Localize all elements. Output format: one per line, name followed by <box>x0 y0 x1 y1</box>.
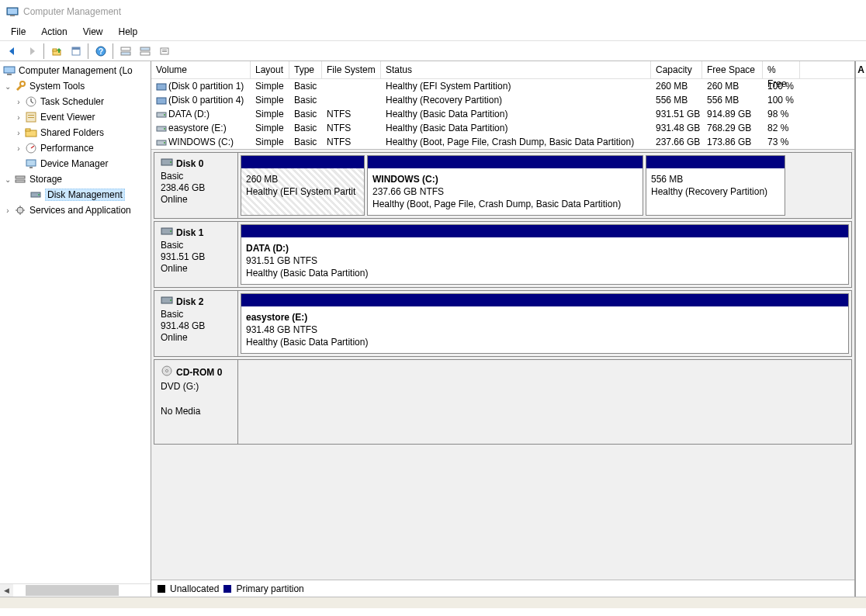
disk-row[interactable]: Disk 2Basic931.48 GBOnlineeasystore (E:)… <box>154 290 852 357</box>
collapse-icon[interactable]: ⌄ <box>3 175 12 184</box>
up-button[interactable] <box>47 43 65 60</box>
expand-icon[interactable]: › <box>3 206 12 215</box>
content-pane: Volume Layout Type File System Status Ca… <box>151 61 855 597</box>
disk-info: Disk 0Basic238.46 GBOnline <box>154 153 238 218</box>
partition-body: DATA (D:)931.51 GB NTFSHealthy (Basic Da… <box>241 237 848 284</box>
partition-block[interactable]: WINDOWS (C:)237.66 GB NTFSHealthy (Boot,… <box>367 155 643 216</box>
help-button[interactable]: ? <box>92 43 109 60</box>
col-volume[interactable]: Volume <box>151 61 251 78</box>
menu-help[interactable]: Help <box>111 25 146 39</box>
toolbar-separator <box>43 43 44 59</box>
menu-file[interactable]: File <box>3 25 33 39</box>
expand-icon[interactable]: › <box>14 97 23 106</box>
volume-row[interactable]: DATA (D:)SimpleBasicNTFSHealthy (Basic D… <box>151 107 854 121</box>
svg-rect-2 <box>10 15 15 16</box>
back-button[interactable] <box>3 43 21 60</box>
svg-rect-28 <box>16 176 25 178</box>
col-pct-free[interactable]: % Free <box>763 61 800 78</box>
volume-row[interactable]: easystore (E:)SimpleBasicNTFSHealthy (Ba… <box>151 121 854 135</box>
tree-disk-management[interactable]: Disk Management <box>0 187 151 202</box>
volume-layout: Simple <box>251 95 289 106</box>
tree-shared-folders[interactable]: › Shared Folders <box>0 125 151 140</box>
expand-icon[interactable]: › <box>14 112 23 122</box>
volume-row[interactable]: (Disk 0 partition 1)SimpleBasicHealthy (… <box>151 79 854 93</box>
tree[interactable]: Computer Management (Lo ⌄ System Tools ›… <box>0 61 151 583</box>
svg-rect-14 <box>162 50 167 50</box>
svg-text:?: ? <box>98 47 102 56</box>
partition-title: DATA (D:) <box>246 242 843 254</box>
tools-icon <box>14 80 26 92</box>
footer-band <box>0 597 866 608</box>
svg-rect-15 <box>162 51 167 52</box>
volume-free: 768.29 GB <box>702 123 763 133</box>
tree-root[interactable]: Computer Management (Lo <box>0 63 151 78</box>
svg-rect-16 <box>4 67 15 73</box>
view-top-button[interactable] <box>116 43 134 60</box>
volume-free: 914.89 GB <box>702 109 763 119</box>
properties-button[interactable] <box>67 43 85 60</box>
disk-size: 238.46 GB <box>161 182 231 193</box>
volume-layout: Simple <box>251 137 289 147</box>
partition-body: 556 MBHealthy (Recovery Partition) <box>646 168 785 215</box>
volume-layout: Simple <box>251 81 289 92</box>
col-type[interactable]: Type <box>289 61 322 78</box>
scroll-thumb[interactable] <box>26 585 119 596</box>
cdrom-row[interactable]: CD-ROM 0DVD (G:)No Media <box>154 359 852 445</box>
tree-services[interactable]: › Services and Application <box>0 202 151 218</box>
view-bottom-button[interactable] <box>136 43 154 60</box>
settings-button[interactable] <box>155 43 173 60</box>
volume-list[interactable]: (Disk 0 partition 1)SimpleBasicHealthy (… <box>151 79 854 149</box>
svg-rect-24 <box>26 129 30 131</box>
disk-graphical-area[interactable]: Disk 0Basic238.46 GBOnline260 MBHealthy … <box>151 149 854 580</box>
scroll-left-arrow[interactable]: ◀ <box>0 584 13 597</box>
volume-row[interactable]: (Disk 0 partition 4)SimpleBasicHealthy (… <box>151 93 854 107</box>
forward-button[interactable] <box>23 43 40 60</box>
volume-status: Healthy (Basic Data Partition) <box>381 123 651 133</box>
disk-icon <box>161 157 173 169</box>
tree-system-tools[interactable]: ⌄ System Tools <box>0 78 151 94</box>
partitions-container: DATA (D:)931.51 GB NTFSHealthy (Basic Da… <box>238 222 851 287</box>
tree-storage[interactable]: ⌄ Storage <box>0 171 151 187</box>
tree-task-scheduler[interactable]: › Task Scheduler <box>0 94 151 109</box>
window-title: Computer Management <box>23 6 121 17</box>
partition-block[interactable]: easystore (E:)931.48 GB NTFSHealthy (Bas… <box>241 293 849 354</box>
col-filesystem[interactable]: File System <box>322 61 381 78</box>
partition-block[interactable]: 260 MBHealthy (EFI System Partit <box>241 155 365 216</box>
svg-rect-4 <box>53 49 57 51</box>
svg-rect-10 <box>121 52 130 55</box>
tree-horizontal-scrollbar[interactable]: ◀ <box>0 583 151 597</box>
clock-icon <box>25 95 37 108</box>
svg-point-38 <box>164 128 165 130</box>
tree-device-manager[interactable]: › Device Manager <box>0 156 151 171</box>
svg-point-42 <box>170 161 171 163</box>
collapse-icon[interactable]: ⌄ <box>3 81 12 91</box>
menu-action[interactable]: Action <box>33 25 74 39</box>
partition-size: 931.48 GB NTFS <box>246 324 843 336</box>
volume-name: easystore (E:) <box>168 123 227 133</box>
drive-icon <box>156 124 167 133</box>
toolbar-separator <box>88 43 88 59</box>
expand-icon[interactable]: › <box>14 128 23 137</box>
volume-type: Basic <box>289 109 322 119</box>
menu-view[interactable]: View <box>75 25 111 39</box>
partition-block[interactable]: DATA (D:)931.51 GB NTFSHealthy (Basic Da… <box>241 224 849 285</box>
partition-block[interactable]: 556 MBHealthy (Recovery Partition) <box>646 155 785 216</box>
volume-row[interactable]: WINDOWS (C:)SimpleBasicNTFSHealthy (Boot… <box>151 135 854 149</box>
disk-row[interactable]: Disk 0Basic238.46 GBOnline260 MBHealthy … <box>154 152 852 219</box>
tree-performance[interactable]: › Performance <box>0 140 151 156</box>
actions-header-letter: A <box>856 61 866 78</box>
tree-event-viewer[interactable]: › Event Viewer <box>0 109 151 125</box>
device-icon <box>25 157 37 170</box>
main: Computer Management (Lo ⌄ System Tools ›… <box>0 61 866 597</box>
cdrom-name: CD-ROM 0 <box>176 367 222 378</box>
col-status[interactable]: Status <box>381 61 651 78</box>
svg-rect-26 <box>26 160 36 166</box>
col-layout[interactable]: Layout <box>251 61 289 78</box>
titlebar: Computer Management <box>0 0 866 23</box>
volume-name: DATA (D:) <box>168 109 210 119</box>
disk-icon <box>161 296 173 307</box>
col-free-space[interactable]: Free Space <box>702 61 763 78</box>
expand-icon[interactable]: › <box>14 144 23 153</box>
col-capacity[interactable]: Capacity <box>651 61 702 78</box>
disk-row[interactable]: Disk 1Basic931.51 GBOnlineDATA (D:)931.5… <box>154 221 852 288</box>
